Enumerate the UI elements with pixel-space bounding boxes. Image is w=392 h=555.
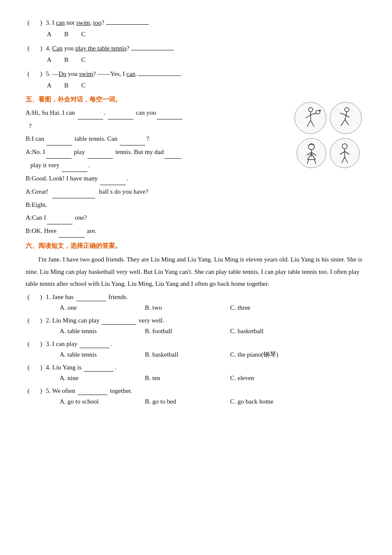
paren-q5: ( bbox=[26, 68, 32, 80]
blank-a2-3 bbox=[164, 145, 182, 159]
blank-a1-3 bbox=[157, 106, 182, 119]
dialogue-line-a4: A:Can I one? bbox=[26, 211, 290, 224]
section6-q3: ( ) 3. I can play . A. table tennis B. b… bbox=[26, 340, 366, 360]
section6-q1-options: A. one B. two C. three bbox=[60, 302, 366, 314]
dialogue-line-b4: B:OK. Here are. bbox=[26, 224, 290, 238]
dialogue-line-b3: B:Eight. bbox=[26, 198, 290, 211]
image-girl bbox=[297, 138, 326, 168]
svg-line-24 bbox=[342, 157, 345, 163]
section5-images bbox=[290, 102, 366, 168]
svg-line-6 bbox=[311, 120, 314, 127]
section5-dialogue-text: A:Hi, Su Hai. I can . can you ? B:I can … bbox=[26, 106, 290, 238]
svg-line-12 bbox=[341, 119, 345, 126]
dialogue-line-b1: B:I can table tennis. Can ? bbox=[26, 132, 290, 145]
blank-a2-1 bbox=[46, 145, 72, 159]
section4-q4: ( ) 4. Can you play the table tennis? A … bbox=[26, 43, 366, 66]
paren-q4-close: ) bbox=[38, 43, 44, 54]
blank-a4-1 bbox=[47, 211, 72, 224]
section4-q5: ( ) 5. —Do you swim? ——Yes, I can. A B C bbox=[26, 68, 366, 91]
section6-q5-options: A. go to school B. go to bed C. go back … bbox=[60, 396, 366, 407]
svg-line-23 bbox=[345, 151, 349, 154]
dialogue-line-a1-cont: ? bbox=[26, 119, 290, 132]
svg-line-18 bbox=[307, 160, 308, 164]
dialogue-line-a2: A:No. I play tennis. But my dad bbox=[26, 145, 290, 159]
answer-blank-q5 bbox=[138, 76, 181, 76]
blank-a1-1 bbox=[78, 106, 103, 119]
svg-point-20 bbox=[342, 144, 347, 149]
blank-b2-1 bbox=[100, 172, 126, 185]
blank-b4-1 bbox=[59, 224, 84, 238]
section6-title: 六、阅读短文，选择正确的答案。 bbox=[26, 242, 366, 250]
svg-point-0 bbox=[308, 108, 313, 112]
paren-q3: ( bbox=[26, 17, 32, 29]
image-boy bbox=[330, 138, 360, 168]
svg-line-13 bbox=[345, 119, 349, 125]
blank-a3-1 bbox=[52, 185, 95, 198]
svg-point-7 bbox=[319, 110, 321, 111]
svg-point-8 bbox=[345, 108, 349, 112]
blank-a1-2 bbox=[108, 106, 133, 119]
section6-passage: I'm Jane. I have two good friends. They … bbox=[26, 253, 366, 290]
svg-line-22 bbox=[340, 151, 345, 154]
svg-line-5 bbox=[307, 120, 311, 127]
section6-q5: ( ) 5. We often together. A. go to schoo… bbox=[26, 387, 366, 407]
blank-b1-1 bbox=[46, 132, 72, 145]
image-running bbox=[330, 102, 362, 134]
dialogue-line-a3: A:Great! ball s do you have? bbox=[26, 185, 290, 198]
dialogue-line-b2: B:Good. Look! I have many . bbox=[26, 172, 290, 185]
paren-q4: ( bbox=[26, 43, 32, 54]
svg-line-3 bbox=[311, 113, 317, 115]
section6-q1: ( ) 1. Jane has friends. A. one B. two C… bbox=[26, 293, 366, 314]
image-tabletennis bbox=[294, 102, 326, 134]
blank-a2-2 bbox=[87, 145, 113, 159]
answer-blank-q3 bbox=[106, 24, 149, 25]
image-row-bottom bbox=[297, 138, 360, 168]
svg-line-2 bbox=[306, 115, 311, 118]
section4-q3: ( ) 3. I can not swim, too? A B C bbox=[26, 17, 366, 40]
dialogue-line-a2-cont: play it very . bbox=[26, 159, 290, 172]
blank-b1-2 bbox=[120, 132, 145, 145]
section5-dialogue-area: A:Hi, Su Hai. I can . can you ? B:I can … bbox=[26, 106, 366, 238]
blank-a2-4 bbox=[62, 159, 87, 172]
section6-q2-options: A. table tennis B. football C. basketbal… bbox=[60, 325, 366, 337]
dialogue-line-a1: A:Hi, Su Hai. I can . can you bbox=[26, 106, 290, 119]
answer-blank-q4 bbox=[131, 50, 174, 50]
paren-q5-close: ) bbox=[38, 68, 44, 80]
section6-q3-options: A. table tennis B. basketball C. the pia… bbox=[60, 349, 366, 360]
section6-q4: ( ) 4. Liu Yang is . A. nine B. ten C. e… bbox=[26, 364, 366, 384]
section6-q2: ( ) 2. Liu Ming can play very well. A. t… bbox=[26, 317, 366, 337]
svg-line-19 bbox=[314, 160, 316, 164]
svg-line-25 bbox=[345, 157, 348, 163]
svg-line-10 bbox=[340, 113, 345, 115]
section6-q4-options: A. nine B. ten C. eleven bbox=[60, 372, 366, 384]
paren-q3-close: ) bbox=[38, 17, 44, 29]
image-row-top bbox=[294, 102, 362, 134]
